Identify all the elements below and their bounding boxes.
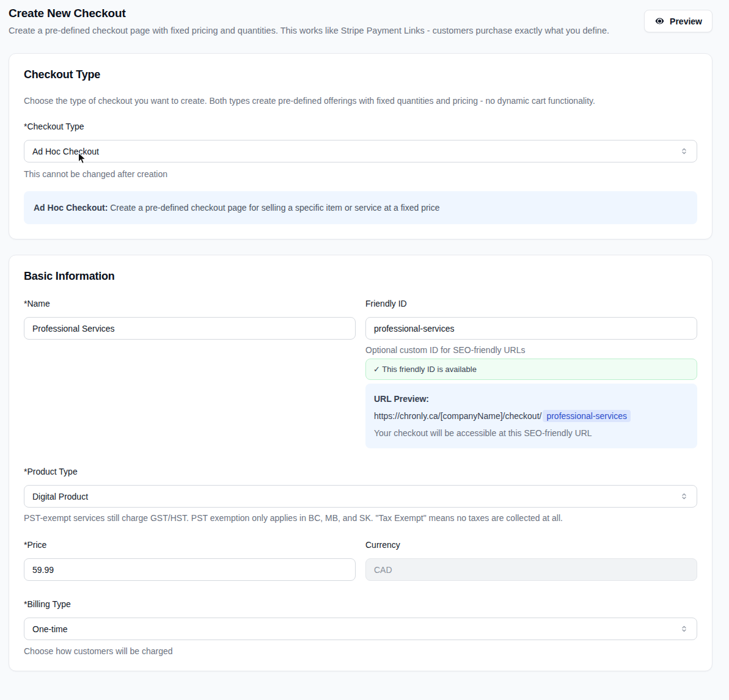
billing-type-help: Choose how customers will be charged — [24, 646, 697, 656]
checkout-type-info-box: Ad Hoc Checkout: Create a pre-defined ch… — [24, 191, 697, 224]
checkout-type-select[interactable]: Ad Hoc Checkout — [24, 140, 697, 162]
product-type-select[interactable]: Digital Product — [24, 485, 697, 508]
name-label: *Name — [24, 299, 356, 308]
product-type-select-value: Digital Product — [32, 492, 88, 501]
checkout-type-card: Checkout Type Choose the type of checkou… — [9, 53, 713, 239]
url-base: https://chronly.ca/[companyName]/checkou… — [374, 411, 541, 421]
url-preview-box: URL Preview: https://chronly.ca/[company… — [365, 384, 697, 448]
preview-button[interactable]: Preview — [644, 10, 713, 32]
page-subtitle: Create a pre-defined checkout page with … — [9, 26, 609, 35]
friendly-id-help: Optional custom ID for SEO-friendly URLs — [365, 345, 697, 355]
url-preview-line: https://chronly.ca/[companyName]/checkou… — [374, 410, 689, 422]
currency-label: Currency — [365, 540, 697, 550]
page-title: Create New Checkout — [9, 7, 609, 20]
checkout-type-description: Choose the type of checkout you want to … — [24, 95, 697, 107]
basic-information-card: Basic Information *Name Friendly ID Opti… — [9, 255, 713, 671]
chevron-up-down-icon — [680, 492, 689, 501]
url-preview-label: URL Preview: — [374, 393, 689, 405]
page-header: Create New Checkout Create a pre-defined… — [9, 0, 713, 35]
billing-type-label: *Billing Type — [24, 599, 697, 609]
product-type-help: PST-exempt services still charge GST/HST… — [24, 513, 697, 523]
product-type-label: *Product Type — [24, 467, 697, 476]
checkout-type-select-value: Ad Hoc Checkout — [32, 147, 99, 156]
billing-type-select-value: One-time — [32, 624, 68, 634]
url-slug-badge: professional-services — [543, 410, 631, 422]
info-box-bold: Ad Hoc Checkout: — [34, 203, 108, 213]
price-field-group: *Price — [24, 540, 356, 581]
friendly-id-field-group: Friendly ID Optional custom ID for SEO-f… — [365, 299, 697, 448]
currency-input — [365, 558, 697, 581]
price-label: *Price — [24, 540, 356, 550]
friendly-id-label: Friendly ID — [365, 299, 697, 308]
page-container: Create New Checkout Create a pre-defined… — [9, 0, 713, 671]
checkout-type-help: This cannot be changed after creation — [24, 169, 697, 179]
price-input[interactable] — [24, 558, 356, 581]
chevron-up-down-icon — [680, 147, 689, 156]
name-input[interactable] — [24, 317, 356, 340]
info-box-text: Create a pre-defined checkout page for s… — [108, 203, 439, 213]
friendly-id-input[interactable] — [365, 317, 697, 340]
friendly-id-availability-text: ✓ This friendly ID is available — [373, 365, 477, 374]
name-field-group: *Name — [24, 299, 356, 448]
currency-field-group: Currency — [365, 540, 697, 581]
basic-information-heading: Basic Information — [24, 270, 697, 283]
eye-icon — [654, 16, 665, 26]
url-preview-note: Your checkout will be accessible at this… — [374, 427, 689, 439]
preview-button-label: Preview — [670, 16, 702, 26]
checkout-type-field-label: *Checkout Type — [24, 122, 697, 131]
chevron-up-down-icon — [680, 624, 689, 633]
page-header-text: Create New Checkout Create a pre-defined… — [9, 7, 609, 35]
friendly-id-availability-badge: ✓ This friendly ID is available — [365, 359, 697, 380]
billing-type-select[interactable]: One-time — [24, 618, 697, 640]
checkout-type-heading: Checkout Type — [24, 68, 697, 81]
